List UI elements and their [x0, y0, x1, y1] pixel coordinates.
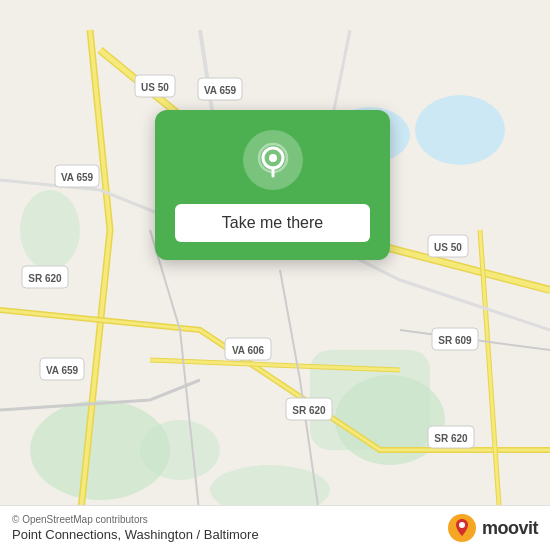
svg-text:VA 659: VA 659: [46, 365, 79, 376]
svg-point-31: [269, 154, 277, 162]
svg-text:VA 659: VA 659: [61, 172, 94, 183]
svg-point-34: [459, 522, 465, 528]
svg-text:US 50: US 50: [434, 242, 462, 253]
copyright-text: © OpenStreetMap contributors: [12, 514, 259, 525]
svg-text:SR 620: SR 620: [28, 273, 62, 284]
bottom-left-info: © OpenStreetMap contributors Point Conne…: [12, 514, 259, 542]
svg-text:US 50: US 50: [141, 82, 169, 93]
map-container: VA 659 VA 659 VA 659 US 50 50 US 50 SR 6…: [0, 0, 550, 550]
svg-text:VA 606: VA 606: [232, 345, 265, 356]
svg-point-4: [140, 420, 220, 480]
svg-point-6: [20, 190, 80, 270]
location-icon-wrap: [243, 130, 303, 190]
svg-text:SR 620: SR 620: [292, 405, 326, 416]
svg-text:SR 609: SR 609: [438, 335, 472, 346]
bottom-bar: © OpenStreetMap contributors Point Conne…: [0, 505, 550, 550]
svg-text:VA 659: VA 659: [204, 85, 237, 96]
location-pin-icon: [255, 142, 291, 178]
take-me-there-button[interactable]: Take me there: [175, 204, 370, 242]
place-name: Point Connections, Washington / Baltimor…: [12, 527, 259, 542]
moovit-logo: moovit: [448, 514, 538, 542]
svg-text:SR 620: SR 620: [434, 433, 468, 444]
moovit-brand-icon: [448, 514, 476, 542]
svg-point-2: [415, 95, 505, 165]
popup-card: Take me there: [155, 110, 390, 260]
moovit-brand-name: moovit: [482, 518, 538, 539]
map-roads-svg: VA 659 VA 659 VA 659 US 50 50 US 50 SR 6…: [0, 0, 550, 550]
